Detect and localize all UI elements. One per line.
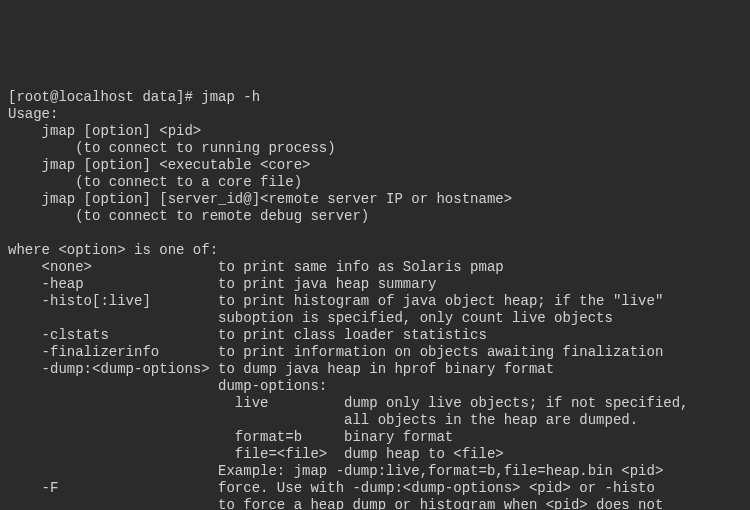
option-histo: -histo[:live] to print histogram of java… — [8, 293, 663, 309]
usage-line: (to connect to remote debug server) — [8, 208, 369, 224]
option-dump: -dump:<dump-options> to dump java heap i… — [8, 361, 554, 377]
usage-line: jmap [option] <pid> — [8, 123, 201, 139]
option-heap: -heap to print java heap summary — [8, 276, 436, 292]
option-force-cont: to force a heap dump or histogram when <… — [8, 497, 663, 510]
option-clstats: -clstats to print class loader statistic… — [8, 327, 487, 343]
option-dump-live-cont: all objects in the heap are dumped. — [8, 412, 638, 428]
option-force: -F force. Use with -dump:<dump-options> … — [8, 480, 655, 496]
option-dump-example: Example: jmap -dump:live,format=b,file=h… — [8, 463, 663, 479]
option-finalizerinfo: -finalizerinfo to print information on o… — [8, 344, 663, 360]
option-dump-file: file=<file> dump heap to <file> — [8, 446, 504, 462]
option-dump-header: dump-options: — [8, 378, 327, 394]
usage-line: (to connect to a core file) — [8, 174, 302, 190]
option-dump-live: live dump only live objects; if not spec… — [8, 395, 689, 411]
option-histo-cont: suboption is specified, only count live … — [8, 310, 613, 326]
usage-line: jmap [option] <executable <core> — [8, 157, 310, 173]
prompt-command[interactable]: jmap -h — [201, 89, 260, 105]
usage-line: jmap [option] [server_id@]<remote server… — [8, 191, 512, 207]
option-dump-format: format=b binary format — [8, 429, 453, 445]
option-none: <none> to print same info as Solaris pma… — [8, 259, 504, 275]
prompt-user-host: [root@localhost data]# — [8, 89, 193, 105]
where-header: where <option> is one of: — [8, 242, 218, 258]
usage-line: (to connect to running process) — [8, 140, 336, 156]
terminal-output: [root@localhost data]# jmap -h Usage: jm… — [0, 85, 750, 510]
usage-header: Usage: — [8, 106, 58, 122]
